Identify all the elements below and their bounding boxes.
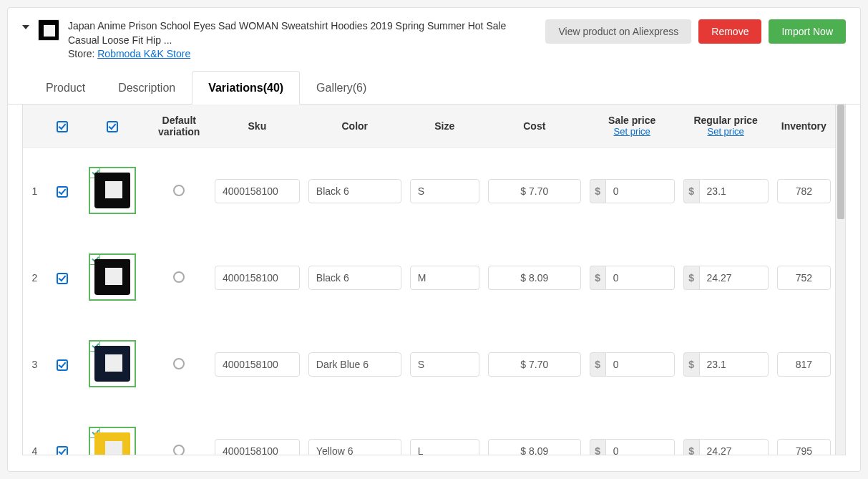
col-default: Default variation <box>148 105 210 148</box>
color-input[interactable] <box>308 266 401 290</box>
cost-input[interactable] <box>488 179 581 203</box>
panel-body: Default variation Sku Color Size Cost Sa… <box>8 105 860 470</box>
cost-input[interactable] <box>488 352 581 377</box>
product-title: Japan Anime Prison School Eyes Sad WOMAN… <box>68 19 537 47</box>
size-input[interactable] <box>410 352 479 377</box>
product-panel: Japan Anime Prison School Eyes Sad WOMAN… <box>7 7 861 472</box>
cost-input[interactable] <box>488 439 581 455</box>
tab-description[interactable]: Description <box>102 71 192 105</box>
table-row: 1$$ <box>23 147 835 235</box>
variations-table: Default variation Sku Color Size Cost Sa… <box>23 105 835 455</box>
scrollbar-thumb[interactable] <box>837 105 844 219</box>
currency-prefix: $ <box>590 179 605 203</box>
color-input[interactable] <box>308 439 401 455</box>
currency-prefix: $ <box>683 439 699 455</box>
variation-image[interactable] <box>89 167 136 214</box>
panel-header: Japan Anime Prison School Eyes Sad WOMAN… <box>8 8 860 62</box>
currency-prefix: $ <box>590 352 605 377</box>
sale-price-input[interactable] <box>605 439 675 455</box>
select-all-images-checkbox[interactable] <box>107 121 118 132</box>
view-product-button[interactable]: View product on Aliexpress <box>545 19 691 44</box>
import-now-button[interactable]: Import Now <box>769 19 846 44</box>
store-link[interactable]: Robmoda K&K Store <box>97 48 190 59</box>
store-line: Store: Robmoda K&K Store <box>68 47 537 62</box>
product-thumbnail <box>38 19 59 41</box>
default-variation-radio[interactable] <box>173 185 185 196</box>
variation-image[interactable] <box>89 340 136 387</box>
inventory-input[interactable] <box>777 352 831 377</box>
vertical-scrollbar[interactable] <box>836 105 846 455</box>
row-index: 4 <box>23 408 47 455</box>
col-color: Color <box>304 105 406 148</box>
inventory-input[interactable] <box>777 179 831 203</box>
regular-price-input[interactable] <box>699 266 769 290</box>
currency-prefix: $ <box>683 352 699 377</box>
col-size: Size <box>406 105 484 148</box>
size-input[interactable] <box>410 179 479 203</box>
currency-prefix: $ <box>683 179 699 203</box>
sale-price-input[interactable] <box>605 179 675 203</box>
sku-input[interactable] <box>215 439 300 455</box>
regular-price-input[interactable] <box>699 179 769 203</box>
tab-variations[interactable]: Variations(40) <box>192 71 300 105</box>
row-checkbox[interactable] <box>57 186 68 198</box>
sku-input[interactable] <box>215 352 300 377</box>
select-all-checkbox[interactable] <box>57 121 68 132</box>
cost-input[interactable] <box>488 266 581 290</box>
col-sku: Sku <box>210 105 304 148</box>
store-label: Store: <box>68 48 94 59</box>
color-input[interactable] <box>308 352 401 377</box>
currency-prefix: $ <box>683 266 699 290</box>
table-row: 3$$ <box>23 321 835 408</box>
header-actions: View product on Aliexpress Remove Import… <box>545 19 846 44</box>
set-sale-price-link[interactable]: Set price <box>591 126 673 137</box>
sku-input[interactable] <box>215 266 300 290</box>
variations-table-container: Default variation Sku Color Size Cost Sa… <box>22 105 836 455</box>
variation-image[interactable] <box>89 427 136 455</box>
row-checkbox[interactable] <box>57 359 68 371</box>
size-input[interactable] <box>410 266 479 290</box>
variation-image[interactable] <box>89 253 136 301</box>
regular-price-input[interactable] <box>699 439 769 455</box>
row-index: 1 <box>23 147 47 235</box>
table-row: 2$$ <box>23 235 835 321</box>
row-checkbox[interactable] <box>57 446 68 455</box>
col-inventory: Inventory <box>773 105 835 148</box>
set-regular-price-link[interactable]: Set price <box>685 126 767 137</box>
col-regular: Regular price Set price <box>679 105 773 148</box>
sale-price-input[interactable] <box>605 266 675 290</box>
collapse-toggle-icon[interactable] <box>22 25 29 29</box>
currency-prefix: $ <box>590 266 605 290</box>
col-sale: Sale price Set price <box>585 105 679 148</box>
currency-prefix: $ <box>590 439 605 455</box>
tab-bar: Product Description Variations(40) Galle… <box>8 70 860 105</box>
col-cost: Cost <box>484 105 585 148</box>
title-block: Japan Anime Prison School Eyes Sad WOMAN… <box>68 19 537 62</box>
row-index: 3 <box>23 321 47 408</box>
tab-product[interactable]: Product <box>29 71 102 105</box>
regular-price-input[interactable] <box>699 352 769 377</box>
default-variation-radio[interactable] <box>173 271 185 283</box>
row-index: 2 <box>23 235 47 321</box>
color-input[interactable] <box>308 179 401 203</box>
sku-input[interactable] <box>215 179 300 203</box>
tab-gallery[interactable]: Gallery(6) <box>300 71 383 105</box>
inventory-input[interactable] <box>777 266 831 290</box>
row-checkbox[interactable] <box>57 273 68 284</box>
inventory-input[interactable] <box>777 439 831 455</box>
size-input[interactable] <box>410 439 479 455</box>
default-variation-radio[interactable] <box>173 445 185 455</box>
remove-button[interactable]: Remove <box>698 19 761 44</box>
default-variation-radio[interactable] <box>173 358 185 369</box>
sale-price-input[interactable] <box>605 352 675 377</box>
table-row: 4$$ <box>23 408 835 455</box>
